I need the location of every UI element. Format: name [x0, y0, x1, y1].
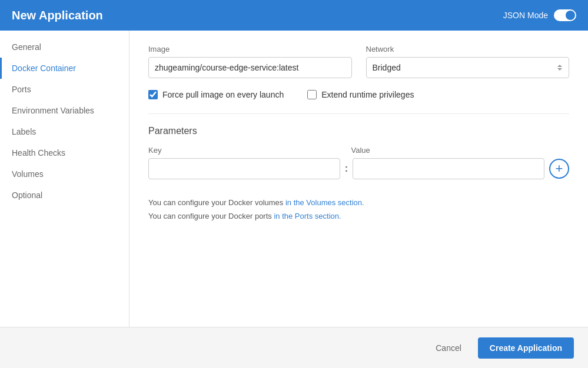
sidebar-item-optional[interactable]: Optional [0, 185, 129, 206]
info-line2-prefix: You can configure your Docker ports [148, 212, 274, 220]
sidebar-item-environment-variables[interactable]: Environment Variables [0, 100, 129, 121]
network-label: Network [366, 45, 570, 53]
json-mode-toggle[interactable] [554, 9, 576, 21]
force-pull-checkbox[interactable] [148, 90, 158, 99]
sidebar-item-labels[interactable]: Labels [0, 121, 129, 142]
network-select[interactable]: Bridged Host None [366, 57, 570, 78]
form-content: Image Network Bridged Host None Force pu… [129, 31, 588, 327]
sidebar-item-volumes[interactable]: Volumes [0, 163, 129, 185]
divider [148, 113, 569, 114]
force-pull-checkbox-label[interactable]: Force pull image on every launch [148, 90, 284, 99]
params-key-input[interactable] [148, 158, 340, 179]
extend-privileges-checkbox-label[interactable]: Extend runtime privileges [307, 90, 414, 99]
network-group: Network Bridged Host None [366, 45, 570, 78]
force-pull-text: Force pull image on every launch [162, 90, 284, 99]
image-label: Image [148, 45, 352, 53]
parameters-section: Parameters Key Value : + [148, 126, 569, 179]
sidebar-item-health-checks[interactable]: Health Checks [0, 142, 129, 163]
app-header: New Application JSON Mode [0, 0, 588, 31]
image-group: Image [148, 45, 352, 78]
json-mode-section: JSON Mode [503, 9, 576, 21]
info-text: You can configure your Docker volumes in… [148, 196, 569, 223]
params-value-input[interactable] [353, 158, 544, 179]
sidebar: General Docker Container Ports Environme… [0, 31, 129, 327]
ports-section-link[interactable]: in the Ports section. [274, 212, 341, 220]
create-application-button[interactable]: Create Application [478, 337, 574, 359]
page-title: New Application [12, 9, 103, 22]
params-input-row: : + [148, 158, 569, 179]
extend-privileges-text: Extend runtime privileges [321, 90, 414, 99]
checkboxes-row: Force pull image on every launch Extend … [148, 90, 569, 99]
value-label: Value [351, 146, 540, 155]
image-network-row: Image Network Bridged Host None [148, 45, 569, 78]
cancel-button[interactable]: Cancel [426, 339, 471, 357]
footer: Cancel Create Application [0, 327, 588, 368]
params-labels-row: Key Value [148, 146, 569, 155]
info-line1-prefix: You can configure your Docker volumes [148, 198, 285, 207]
volumes-section-link[interactable]: in the Volumes section. [285, 198, 364, 207]
add-param-button[interactable]: + [549, 159, 569, 179]
key-label: Key [148, 146, 337, 155]
sidebar-item-docker-container[interactable]: Docker Container [0, 58, 129, 79]
extend-privileges-checkbox[interactable] [307, 90, 317, 99]
image-input[interactable] [148, 57, 352, 78]
main-content: General Docker Container Ports Environme… [0, 31, 588, 327]
sidebar-item-general[interactable]: General [0, 36, 129, 58]
info-line1: You can configure your Docker volumes in… [148, 196, 569, 209]
info-line2: You can configure your Docker ports in t… [148, 209, 569, 223]
parameters-title: Parameters [148, 126, 569, 136]
sidebar-item-ports[interactable]: Ports [0, 79, 129, 100]
json-mode-label: JSON Mode [503, 11, 548, 20]
colon-separator: : [345, 163, 348, 174]
